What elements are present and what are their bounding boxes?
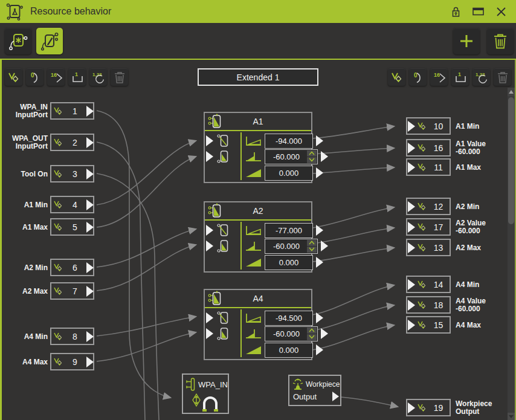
delete-button[interactable]: [487, 28, 514, 54]
node-in-arrow[interactable]: [206, 151, 213, 162]
output-port-18[interactable]: 18 A4 Value-60.000: [406, 296, 516, 314]
port-box[interactable]: 5: [50, 218, 94, 236]
current-value-field[interactable]: -60.000: [265, 149, 318, 164]
spinner-down-button[interactable]: [307, 247, 317, 253]
input-port-7[interactable]: A2 Max 7: [0, 282, 95, 300]
spinner-up-button[interactable]: [307, 240, 317, 246]
port-box[interactable]: 7: [50, 282, 94, 300]
input-port-2[interactable]: WPA_OUTInputPort 2: [0, 134, 95, 151]
type-boolean-button-right[interactable]: 0: [409, 68, 427, 86]
output-port-11[interactable]: 11 A1 Max: [406, 158, 516, 176]
port-in-arrow[interactable]: [408, 402, 415, 413]
port-box[interactable]: 14: [406, 276, 451, 293]
port-box[interactable]: 8: [50, 328, 94, 345]
node-in-arrow[interactable]: [206, 312, 213, 323]
port-box[interactable]: 15: [406, 316, 451, 334]
spinner-down-button[interactable]: [307, 334, 317, 340]
type-boolean-button-left[interactable]: 0: [26, 68, 44, 86]
port-out-arrow[interactable]: [86, 169, 94, 179]
output-port-13[interactable]: 13 A2 Max: [406, 239, 516, 256]
port-in-arrow[interactable]: [408, 162, 415, 173]
port-out-arrow[interactable]: [86, 137, 94, 148]
wpa-in-block[interactable]: WPA_IN: [182, 373, 229, 414]
port-in-arrow[interactable]: [408, 143, 415, 153]
node-in-arrow[interactable]: [206, 241, 213, 251]
node-input-2[interactable]: [206, 238, 229, 254]
tab-resource-new[interactable]: [5, 28, 31, 54]
port-box[interactable]: 19: [406, 399, 451, 416]
port-in-arrow[interactable]: [408, 242, 415, 253]
port-box[interactable]: 18: [406, 296, 451, 314]
node-out-arrow[interactable]: [316, 167, 323, 178]
port-box[interactable]: 2: [50, 134, 94, 151]
node-out-arrow[interactable]: [316, 257, 323, 268]
port-out-arrow[interactable]: [86, 222, 94, 233]
add-button[interactable]: [453, 28, 480, 54]
max-value-field[interactable]: 0.000: [265, 255, 313, 270]
input-port-6[interactable]: A2 Min 6: [0, 259, 95, 276]
node-in-arrow[interactable]: [206, 328, 213, 339]
value-spinner[interactable]: [307, 328, 317, 340]
min-value-field[interactable]: -94.500: [265, 311, 313, 326]
value-spinner[interactable]: [307, 240, 317, 253]
node-A1[interactable]: A1: [204, 112, 312, 183]
node-in-arrow[interactable]: [206, 135, 213, 146]
port-out-arrow[interactable]: [86, 331, 94, 342]
port-box[interactable]: 1: [50, 102, 94, 120]
delete-variable-button-right[interactable]: [494, 68, 511, 86]
output-port-19[interactable]: 19 WorkpieceOutput: [406, 399, 516, 416]
node-out-arrow[interactable]: [316, 312, 323, 323]
max-value-field[interactable]: 0.000: [265, 166, 313, 181]
close-icon[interactable]: [496, 7, 506, 17]
port-box[interactable]: 3: [50, 165, 94, 183]
port-box[interactable]: 4: [50, 196, 94, 213]
workpiece-output-block[interactable]: Workpiece Output: [288, 375, 341, 406]
maximize-icon[interactable]: [472, 7, 484, 16]
output-port-12[interactable]: 12 A2 Min: [406, 198, 516, 215]
node-in-arrow[interactable]: [206, 225, 213, 236]
node-input-2[interactable]: [206, 326, 229, 341]
node-out-arrow[interactable]: [321, 151, 328, 162]
port-out-arrow[interactable]: [86, 262, 94, 273]
port-in-arrow[interactable]: [408, 300, 415, 311]
node-editor-canvas[interactable]: 0 16 1 1,23: [0, 60, 516, 420]
input-port-3[interactable]: Tool On 3: [0, 165, 95, 183]
type-real-button-right[interactable]: 1,23: [472, 68, 490, 86]
block-out-arrow[interactable]: [332, 392, 339, 401]
port-box[interactable]: 9: [50, 353, 94, 370]
port-in-arrow[interactable]: [408, 201, 415, 212]
value-spinner[interactable]: [307, 150, 317, 163]
type-real-button-left[interactable]: 1,23: [89, 68, 107, 86]
type-integer16-button-left[interactable]: 16: [47, 68, 65, 86]
lock-icon[interactable]: [451, 6, 460, 18]
port-box[interactable]: 10: [406, 117, 451, 135]
type-variable-button-left[interactable]: [5, 68, 22, 86]
node-input-1[interactable]: [206, 222, 229, 238]
port-box[interactable]: 16: [406, 139, 451, 157]
vertical-scrollbar[interactable]: [508, 88, 515, 420]
node-out-arrow[interactable]: [316, 344, 323, 355]
port-box[interactable]: 13: [406, 239, 451, 256]
input-port-5[interactable]: A1 Max 5: [0, 218, 95, 236]
type-word-button-right[interactable]: 1: [451, 68, 469, 86]
delete-variable-button-left[interactable]: [111, 68, 128, 86]
min-value-field[interactable]: -94.000: [265, 134, 313, 149]
node-out-arrow[interactable]: [321, 328, 328, 339]
group-name-field[interactable]: Extended 1: [198, 68, 318, 86]
port-out-arrow[interactable]: [86, 199, 94, 210]
output-port-15[interactable]: 15 A4 Max: [406, 316, 516, 334]
current-value-field[interactable]: -60.000: [265, 239, 318, 254]
type-variable-button-right[interactable]: [388, 68, 405, 86]
node-A2[interactable]: A2: [204, 201, 312, 273]
input-port-4[interactable]: A1 Min 4: [0, 196, 95, 213]
node-out-arrow[interactable]: [316, 225, 323, 236]
output-port-14[interactable]: 14 A4 Min: [406, 276, 516, 293]
scroll-down-button[interactable]: [508, 413, 515, 420]
max-value-field[interactable]: 0.000: [265, 343, 313, 358]
node-A4[interactable]: A4: [204, 289, 312, 360]
tab-resource-edit[interactable]: [36, 28, 63, 54]
node-out-arrow[interactable]: [316, 135, 323, 146]
output-port-16[interactable]: 16 A1 Value-60.000: [406, 139, 516, 157]
spinner-up-button[interactable]: [307, 328, 317, 334]
port-out-arrow[interactable]: [86, 286, 94, 297]
